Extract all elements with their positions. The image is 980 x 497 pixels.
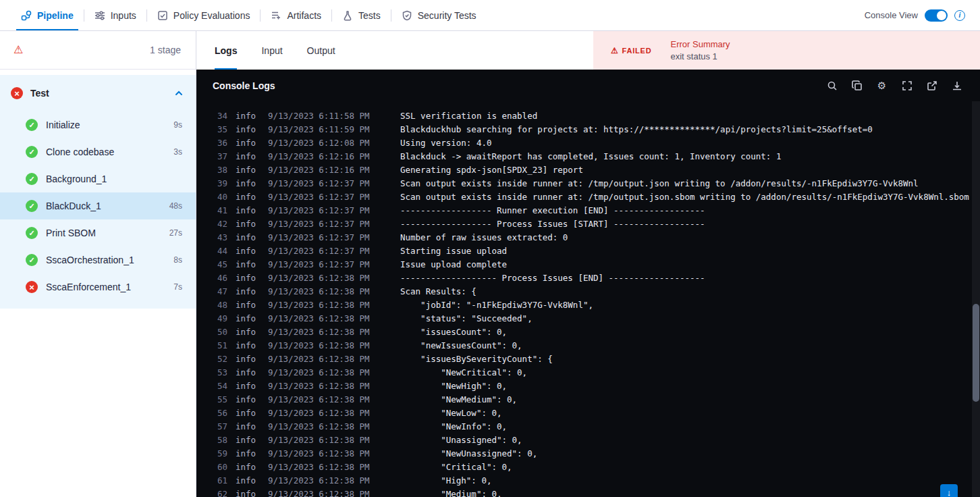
step-duration: 48s — [169, 201, 182, 211]
console-view-toggle[interactable] — [925, 9, 948, 22]
log-line: 45 info 9/13/2023 6:12:37 PM Issue uploa… — [214, 258, 960, 271]
log-line-number: 59 — [214, 447, 227, 461]
tab-pipeline[interactable]: Pipeline — [11, 0, 84, 30]
step-row[interactable]: ✓ Clone codebase 3s — [0, 138, 196, 165]
step-name: BlackDuck_1 — [46, 201, 101, 211]
step-row[interactable]: ✓ Initialize 9s — [0, 111, 196, 138]
log-level: info — [236, 420, 258, 434]
log-message: Issue upload complete — [400, 258, 507, 271]
log-level: info — [236, 231, 258, 244]
tab-input[interactable]: Input — [261, 31, 282, 70]
info-icon[interactable]: i — [954, 10, 965, 21]
log-level: info — [236, 244, 258, 258]
log-line-number: 60 — [214, 461, 227, 474]
tests-icon — [342, 10, 353, 21]
log-level: info — [236, 136, 258, 150]
tab-inputs[interactable]: Inputs — [84, 0, 146, 30]
log-line: 37 info 9/13/2023 6:12:16 PM Blackduck -… — [214, 150, 960, 163]
console-logs-title: Console Logs — [213, 80, 275, 91]
tab-policy-evaluations[interactable]: Policy Evaluations — [147, 0, 261, 30]
console-log-area[interactable]: 34 info 9/13/2023 6:11:58 PM SSL verific… — [196, 101, 980, 497]
error-text: Error Summary exit status 1 — [670, 39, 730, 61]
download-icon[interactable] — [951, 80, 962, 91]
log-level: info — [236, 312, 258, 325]
log-message: ------------------ Runner execution [END… — [400, 204, 705, 217]
tab-tests[interactable]: Tests — [332, 0, 391, 30]
step-row[interactable]: × SscaEnforcement_1 7s — [0, 273, 196, 300]
tab-output[interactable]: Output — [307, 31, 335, 70]
log-line-number: 58 — [214, 434, 227, 447]
console-scrollbar-track[interactable] — [972, 101, 980, 497]
log-message: Using version: 4.0 — [400, 136, 491, 150]
security-tests-icon — [402, 10, 412, 21]
tab-logs[interactable]: Logs — [215, 31, 237, 70]
log-message: "status": "Succeeded", — [400, 312, 533, 325]
log-message: SSL verification is enabled — [400, 109, 537, 123]
log-timestamp: 9/13/2023 6:12:16 PM — [268, 150, 384, 163]
log-message: "newIssuesCount": 0, — [400, 339, 522, 352]
log-level: info — [236, 177, 258, 190]
log-level: info — [236, 325, 258, 339]
tab-security-tests[interactable]: Security Tests — [391, 0, 487, 30]
log-timestamp: 9/13/2023 6:12:38 PM — [268, 434, 384, 447]
log-line: 53 info 9/13/2023 6:12:38 PM "NewCritica… — [214, 366, 960, 380]
log-message: "NewLow": 0, — [400, 407, 502, 420]
step-duration: 8s — [173, 255, 182, 265]
step-row[interactable]: ✓ Print SBOM 27s — [0, 219, 196, 246]
log-timestamp: 9/13/2023 6:12:37 PM — [268, 177, 384, 190]
tab-pipeline-label: Pipeline — [37, 10, 74, 21]
log-line: 56 info 9/13/2023 6:12:38 PM "NewLow": 0… — [214, 407, 960, 420]
scroll-to-bottom-button[interactable]: ↓ — [940, 484, 958, 497]
log-line-number: 34 — [214, 109, 227, 123]
log-level: info — [236, 461, 258, 474]
tab-artifacts-label: Artifacts — [287, 10, 321, 21]
step-row[interactable]: ✓ BlackDuck_1 48s — [0, 192, 196, 219]
log-message: "NewMedium": 0, — [400, 393, 517, 407]
log-line: 36 info 9/13/2023 6:12:08 PM Using versi… — [214, 136, 960, 150]
success-status-icon: ✓ — [26, 146, 38, 158]
log-line: 57 info 9/13/2023 6:12:38 PM "NewInfo": … — [214, 420, 960, 434]
stage-name: Test — [30, 88, 49, 99]
failed-status-icon: × — [11, 87, 23, 99]
log-line: 38 info 9/13/2023 6:12:16 PM Generating … — [214, 163, 960, 177]
log-line-number: 44 — [214, 244, 227, 258]
search-icon[interactable] — [826, 80, 838, 91]
log-line-number: 41 — [214, 204, 227, 217]
log-timestamp: 9/13/2023 6:12:38 PM — [268, 407, 384, 420]
failed-status-icon: × — [26, 281, 38, 293]
chevron-up-icon[interactable] — [174, 88, 184, 98]
log-message: "NewHigh": 0, — [400, 380, 507, 393]
app-window: Pipeline Inputs Policy Evaluations — [0, 0, 980, 497]
stage-header[interactable]: × Test — [0, 75, 196, 111]
log-line-number: 56 — [214, 407, 227, 420]
log-line-number: 42 — [214, 217, 227, 231]
external-link-icon[interactable] — [926, 80, 937, 91]
gear-icon[interactable]: ⚙ — [876, 80, 888, 91]
log-level: info — [236, 366, 258, 380]
log-timestamp: 9/13/2023 6:12:38 PM — [268, 447, 384, 461]
artifacts-icon — [271, 10, 281, 21]
step-list: ✓ Initialize 9s ✓ Clone codebase 3s ✓ Ba… — [0, 111, 196, 300]
policy-evaluations-icon — [157, 10, 168, 21]
console-scrollbar-thumb[interactable] — [973, 304, 979, 402]
log-line-number: 49 — [214, 312, 227, 325]
log-line: 58 info 9/13/2023 6:12:38 PM "Unassigned… — [214, 434, 960, 447]
step-row[interactable]: ✓ Background_1 — [0, 165, 196, 192]
tab-artifacts[interactable]: Artifacts — [261, 0, 331, 30]
console-toolbar: ⚙ — [826, 80, 962, 91]
log-line-number: 40 — [214, 190, 227, 204]
copy-icon[interactable] — [851, 80, 863, 91]
step-name: SscaEnforcement_1 — [46, 282, 131, 292]
log-line: 46 info 9/13/2023 6:12:38 PM -----------… — [214, 271, 960, 285]
success-status-icon: ✓ — [26, 119, 38, 131]
log-line: 61 info 9/13/2023 6:12:38 PM "High": 0, — [214, 474, 960, 488]
log-message: Scan Results: { — [400, 285, 477, 298]
log-message: ------------------ Process Issues [START… — [400, 217, 705, 231]
log-level: info — [236, 447, 258, 461]
log-line-number: 53 — [214, 366, 227, 380]
step-row[interactable]: ✓ SscaOrchestration_1 8s — [0, 246, 196, 273]
fullscreen-icon[interactable] — [901, 80, 913, 91]
log-level: info — [236, 393, 258, 407]
log-timestamp: 9/13/2023 6:11:58 PM — [268, 109, 384, 123]
log-message: "High": 0, — [400, 474, 491, 488]
